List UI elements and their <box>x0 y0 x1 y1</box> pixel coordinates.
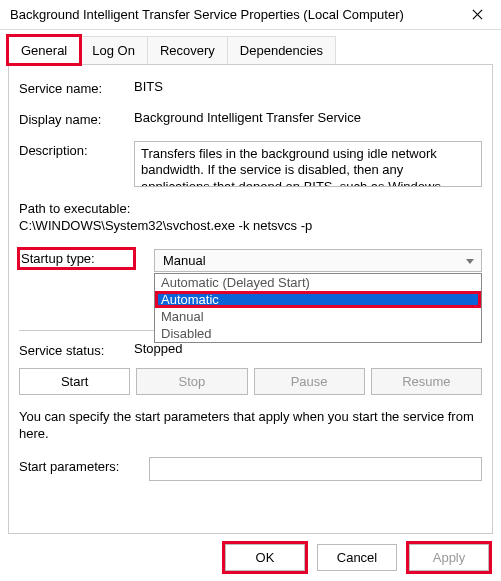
tab-recovery[interactable]: Recovery <box>147 36 228 64</box>
dialog-footer: OK Cancel Apply <box>225 544 489 571</box>
label-service-name: Service name: <box>19 79 134 96</box>
stop-button: Stop <box>136 368 247 395</box>
pause-button: Pause <box>254 368 365 395</box>
startup-option-delayed[interactable]: Automatic (Delayed Start) <box>155 274 481 291</box>
value-path: C:\WINDOWS\System32\svchost.exe -k netsv… <box>19 218 482 233</box>
startup-type-selected[interactable]: Manual <box>154 249 482 272</box>
control-button-row: Start Stop Pause Resume <box>19 368 482 395</box>
startup-type-dropdown: Automatic (Delayed Start) Automatic Manu… <box>154 273 482 343</box>
resume-button: Resume <box>371 368 482 395</box>
tab-dependencies[interactable]: Dependencies <box>227 36 336 64</box>
label-display-name: Display name: <box>19 110 134 127</box>
label-path: Path to executable: <box>19 201 482 216</box>
value-service-name: BITS <box>134 79 482 94</box>
value-service-status: Stopped <box>134 341 482 356</box>
start-button[interactable]: Start <box>19 368 130 395</box>
startup-option-automatic[interactable]: Automatic <box>155 291 481 308</box>
close-button[interactable] <box>457 1 497 29</box>
titlebar: Background Intelligent Transfer Service … <box>0 0 501 30</box>
cancel-button[interactable]: Cancel <box>317 544 397 571</box>
apply-button[interactable]: Apply <box>409 544 489 571</box>
tab-panel-general: Service name: BITS Display name: Backgro… <box>8 64 493 534</box>
ok-button[interactable]: OK <box>225 544 305 571</box>
label-startup-type: Startup type: <box>19 249 134 268</box>
window: Background Intelligent Transfer Service … <box>0 0 501 581</box>
label-service-status: Service status: <box>19 341 134 358</box>
start-params-input[interactable] <box>149 457 482 481</box>
startup-option-disabled[interactable]: Disabled <box>155 325 481 342</box>
value-display-name: Background Intelligent Transfer Service <box>134 110 482 125</box>
close-icon <box>472 9 483 20</box>
label-description: Description: <box>19 141 134 158</box>
description-box[interactable]: Transfers files in the background using … <box>134 141 482 187</box>
path-block: Path to executable: C:\WINDOWS\System32\… <box>19 201 482 233</box>
start-params-hint: You can specify the start parameters tha… <box>19 409 482 443</box>
tab-logon[interactable]: Log On <box>79 36 148 64</box>
window-title: Background Intelligent Transfer Service … <box>10 7 457 22</box>
startup-type-select[interactable]: Manual Automatic (Delayed Start) Automat… <box>154 249 482 272</box>
label-start-params: Start parameters: <box>19 457 149 474</box>
tabstrip: General Log On Recovery Dependencies <box>0 30 501 64</box>
tab-general[interactable]: General <box>8 36 80 64</box>
startup-option-manual[interactable]: Manual <box>155 308 481 325</box>
